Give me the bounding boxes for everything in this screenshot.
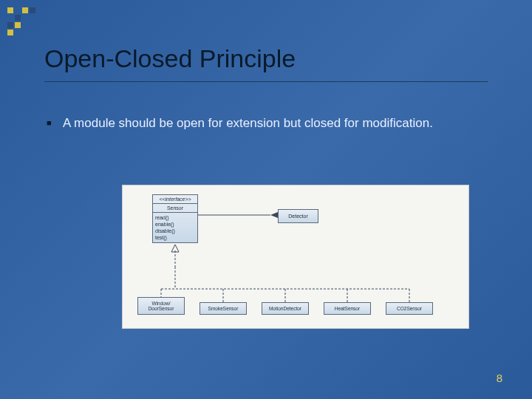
interface-stereotype: <<interface>> — [153, 195, 197, 204]
slide-title: Open-Closed Principle — [44, 44, 296, 73]
uml-subclass-4: HeatSensor — [324, 302, 371, 315]
interface-name: Sensor — [153, 204, 197, 213]
page-number: 8 — [497, 372, 502, 384]
uml-subclass-1: Window/ DoorSensor — [137, 297, 185, 315]
title-rule — [44, 81, 488, 82]
uml-subclass-2: SmokeSensor — [200, 302, 247, 315]
uml-interface-box: <<interface>> Sensor read() enable() dis… — [152, 194, 198, 243]
svg-marker-1 — [270, 212, 278, 218]
interface-ops: read() enable() disable() test() — [153, 213, 197, 242]
uml-detector-box: Detector — [278, 209, 318, 223]
uml-subclass-3: MotionDetector — [262, 302, 309, 315]
corner-decoration — [7, 7, 35, 35]
uml-subclass-5: CO2Sensor — [386, 302, 433, 315]
bullet-text: A module should be open for extension bu… — [63, 115, 477, 132]
uml-diagram: <<interface>> Sensor read() enable() dis… — [122, 185, 469, 329]
